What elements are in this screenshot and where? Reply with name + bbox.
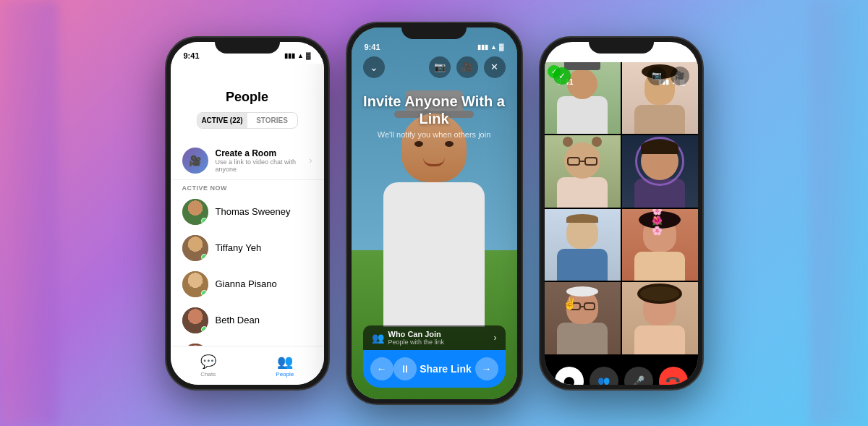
chevron-right-icon: › [494,333,497,343]
people-icon: 👥 [597,375,610,385]
video-cell-8 [622,282,698,354]
who-join-sub: People with the link [388,338,445,346]
pause-button[interactable]: ⏸ [393,357,417,380]
nav-chats-label: Chats [200,371,216,378]
who-can-join-bar: 👥 Who Can Join People with the link › [363,325,506,350]
camera-off-button[interactable]: ⬤ [555,367,584,385]
phone1-tabs[interactable]: ACTIVE (22) STORIES [197,112,298,129]
share-link-label: Share Link [417,363,475,375]
create-room-text: Create a Room Use a link to video chat w… [216,148,302,173]
right-blur [810,0,868,426]
phones-container: 9:41 ▮▮▮ ▲ ▓ People ACTIVE (22) STORIES [165,22,704,405]
video-grid: ✓ [545,62,698,354]
phone2-status-icons: ▮▮▮ ▲ ▓ [477,43,503,51]
tab-stories[interactable]: STORIES [247,113,297,128]
end-call-button[interactable]: 📞 [659,367,688,385]
mute-button[interactable]: 🎤 [624,367,653,385]
phone1-status-icons: ▮▮▮ ▲ ▓ [284,52,310,59]
signal-icon: ▮▮▮ [477,43,488,51]
chevron-down-icon: ⌄ [370,61,378,73]
camera-switch-button[interactable]: 📷 [429,56,451,78]
video-icon: 🎥 [461,61,473,72]
contact-name: Tiffany Yeh [216,242,262,253]
contact-name: Thomas Sweeney [216,206,291,217]
phone3-notch [589,38,654,54]
list-item[interactable]: Tiffany Yeh [171,230,324,266]
video-button[interactable]: 🎥 [671,67,689,85]
avatar [182,307,208,333]
wifi-icon: ▲ [297,52,304,59]
share-link-bar: ← ⏸ Share Link → [363,350,506,388]
camera-icon: 📷 [434,61,446,72]
invite-sub: We'll notify you when others join [352,130,517,139]
phone3-bottom-bar: ⬤ 👥 🎤 📞 [545,357,698,385]
phone1-screen: 9:41 ▮▮▮ ▲ ▓ People ACTIVE (22) STORIES [171,42,324,385]
who-join-left: 👥 Who Can Join People with the link [372,330,445,346]
phone3-screen: 9:41 ▮▮▮ ▲ ▓ [545,42,698,385]
video-cell-5 [545,209,621,281]
tab-active[interactable]: ACTIVE (22) [197,113,247,128]
invite-text-block: Invite Anyone With a Link We'll notify y… [352,93,517,139]
video-button[interactable]: 🎥 [456,56,478,78]
arrow-left-icon: ← [377,363,387,375]
create-room-icon: 🎥 [182,148,208,174]
participants-button[interactable]: 👥 [590,367,618,385]
wifi-icon: ▲ [490,43,497,51]
avatar [182,271,208,297]
video-cell-3 [545,135,621,208]
phone3-top-bar: ✓ 📷 🎥 [545,67,698,85]
who-join-title: Who Can Join [388,330,445,338]
camera-button[interactable]: 📷 [647,67,666,85]
end-call-icon: 📞 [665,372,681,385]
contact-name: Gianna Pisano [216,278,277,289]
people-icon: 👥 [277,354,293,370]
online-indicator [201,254,208,260]
list-item[interactable]: Beth Dean [171,302,324,338]
share-back-button[interactable]: ← [370,357,393,380]
phone-1: 9:41 ▮▮▮ ▲ ▓ People ACTIVE (22) STORIES [165,36,330,391]
nav-people[interactable]: 👥 People [276,354,294,378]
active-indicator: ✓ [553,67,571,85]
invite-title: Invite Anyone With a Link [352,93,517,127]
avatar [182,199,208,225]
create-room-row[interactable]: 🎥 Create a Room Use a link to video chat… [171,142,324,180]
phone-2: 9:41 ▮▮▮ ▲ ▓ ⌄ 📷 [346,22,523,405]
video-cell-7: ✌️ [545,282,621,354]
arrow-right-icon: → [482,363,492,375]
phone1-title: People [182,90,312,105]
mic-icon: 🎤 [632,375,644,385]
left-blur [0,0,58,426]
close-button[interactable]: ✕ [484,56,506,78]
phone1-notch [215,38,280,54]
camera-icon: ⬤ [563,375,575,385]
phone2-notch [401,23,467,39]
active-now-label: ACTIVE NOW [171,180,324,194]
bottom-nav: 💬 Chats 👥 People [171,346,324,385]
phone2-time: 9:41 [365,43,380,51]
top-right-controls: 📷 🎥 ✕ [429,56,506,78]
pause-icon: ⏸ [400,363,410,375]
online-indicator [201,290,208,297]
phone2-bottom-controls: 👥 Who Can Join People with the link › ← [363,325,506,388]
video-room-icon: 🎥 [189,155,201,166]
chats-icon: 💬 [200,354,216,370]
close-icon: ✕ [490,61,498,72]
battery-icon: ▓ [499,43,504,51]
chevron-down-button[interactable]: ⌄ [363,56,385,78]
nav-chats[interactable]: 💬 Chats [200,354,216,378]
top-icons: 📷 🎥 [647,67,689,85]
phone2-top-controls: ⌄ 📷 🎥 ✕ [352,56,517,78]
nav-people-label: People [276,371,294,378]
list-item[interactable]: Gianna Pisano [171,266,324,302]
contact-name-beth: Beth Dean [216,315,260,325]
online-indicator [201,326,208,333]
battery-icon: ▓ [306,52,311,59]
phone2-screen: 9:41 ▮▮▮ ▲ ▓ ⌄ 📷 [352,27,517,399]
group-icon: 👥 [372,332,384,344]
phone1-header: People ACTIVE (22) STORIES [171,64,324,142]
online-indicator [201,218,208,224]
share-forward-button[interactable]: → [475,357,498,380]
signal-icon: ▮▮▮ [284,52,295,59]
list-item[interactable]: Thomas Sweeney [171,194,324,230]
avatar [182,235,208,261]
